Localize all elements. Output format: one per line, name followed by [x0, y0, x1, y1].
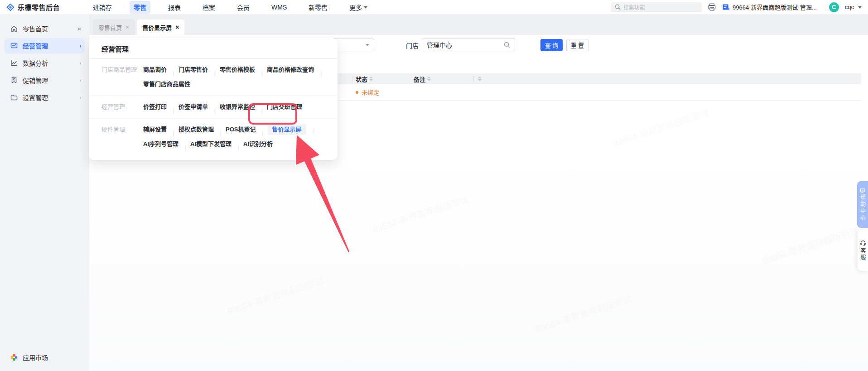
- menu-group-hardware: 硬件管理 辅屏设置授权点数管理POS机登记售价显示屏 AI序列号管理AI模型下发…: [89, 118, 338, 155]
- customer-service-tab[interactable]: 客服: [858, 230, 868, 271]
- sidebar-bottom: 应用市场 常用入口: [5, 350, 85, 371]
- sort-icon[interactable]: [369, 77, 373, 81]
- watermark: 99664-新界面商超版测试: [226, 273, 325, 317]
- sort-icon[interactable]: [478, 77, 482, 81]
- column-remark[interactable]: 备注: [414, 75, 431, 83]
- nav-reports[interactable]: 报表: [164, 1, 185, 14]
- sidebar-item-data-analysis[interactable]: 数据分析 ›: [5, 55, 85, 71]
- close-icon[interactable]: ×: [125, 24, 129, 30]
- reset-button[interactable]: 重 置: [566, 39, 588, 51]
- sidebar-item-common-entry[interactable]: 常用入口: [5, 367, 85, 371]
- menu-item[interactable]: 门店零售价: [178, 66, 208, 73]
- business-mgmt-menu-panel: 经营管理 门店商品管理 商品调价门店零售价零售价格模板商品价格修改查询 零售门店…: [89, 38, 338, 160]
- top-bar: 乐檬零售后台 进销存 零售 报表 档案 会员 WMS 新零售 更多 搜索功能: [0, 0, 868, 14]
- help-center-label: 帮助中心: [859, 194, 867, 222]
- sidebar-item-home[interactable]: 零售首页 «: [5, 21, 85, 36]
- help-center-tab[interactable]: 帮助中心: [857, 181, 868, 228]
- sidebar-collapse-icon[interactable]: «: [77, 25, 81, 32]
- menu-item[interactable]: 价签申请单: [178, 103, 208, 110]
- menu-item[interactable]: AI识别分析: [243, 140, 273, 147]
- status-dot-icon: [356, 91, 358, 94]
- query-button[interactable]: 查 询: [540, 39, 563, 51]
- tab-label: 零售首页: [98, 23, 122, 32]
- avatar[interactable]: C: [829, 2, 839, 12]
- store-name: 99664-新界面商超版测试-管理...: [733, 3, 817, 11]
- menu-item[interactable]: 商品调价: [143, 66, 167, 73]
- nav-retail[interactable]: 零售: [130, 1, 150, 14]
- store-filter-input[interactable]: 管理中心: [422, 38, 515, 51]
- customer-service-label: 客服: [859, 248, 867, 261]
- menu-item[interactable]: 授权点数管理: [178, 126, 214, 133]
- nav-new-retail[interactable]: 新零售: [304, 1, 332, 14]
- search-icon: [615, 4, 621, 10]
- logo-diamond-icon: [6, 3, 14, 11]
- home-icon: [10, 24, 18, 33]
- menu-item[interactable]: POS机登记: [226, 126, 256, 133]
- column-label: 备注: [414, 75, 425, 83]
- nav-members[interactable]: 会员: [233, 1, 254, 14]
- search-icon: [504, 42, 510, 48]
- analytics-icon: [10, 59, 18, 67]
- nav-more-label: 更多: [349, 3, 362, 12]
- sidebar-item-label: 数据分析: [23, 58, 75, 67]
- business-mgmt-icon: [10, 42, 18, 50]
- nav-archives[interactable]: 档案: [198, 1, 219, 14]
- status-badge: 未绑定: [356, 88, 379, 96]
- sort-icon[interactable]: [427, 77, 431, 81]
- folder-icon: [10, 93, 18, 101]
- watermark: 99664-新界面商超版测试: [371, 192, 470, 235]
- user-menu-chevron-icon[interactable]: [858, 6, 862, 9]
- sidebar-item-label: 经营管理: [23, 41, 75, 50]
- topbar-right: 搜索功能 99664-新界面商超版测试-管理... C cqc: [611, 2, 862, 12]
- menu-group-label: 硬件管理: [101, 122, 143, 151]
- sidebar-item-label: 应用市场: [23, 353, 81, 362]
- tab-price-display[interactable]: 售价显示屏 ×: [137, 19, 184, 35]
- chevron-down-icon: [364, 6, 367, 9]
- app-window: 乐檬零售后台 进销存 零售 报表 档案 会员 WMS 新零售 更多 搜索功能: [0, 0, 868, 371]
- app-market-icon: [10, 353, 18, 361]
- status-text: 未绑定: [362, 88, 379, 96]
- store-filter-value: 管理中心: [427, 40, 452, 49]
- sidebar: 零售首页 « 经营管理 › 数据分析 › 促销管理 › 设置管理 ›: [0, 14, 89, 371]
- menu-item[interactable]: 价签打印: [143, 103, 167, 110]
- nav-more[interactable]: 更多: [345, 1, 371, 14]
- menu-item-price-display-screen[interactable]: 售价显示屏: [268, 124, 306, 135]
- watermark: 99664-新界面商超版测试: [760, 223, 860, 267]
- app-logo: 乐檬零售后台: [6, 2, 89, 12]
- promotion-icon: [10, 76, 18, 84]
- chevron-right-icon: ›: [79, 42, 81, 50]
- sidebar-item-promotion-mgmt[interactable]: 促销管理 ›: [5, 72, 85, 88]
- current-store[interactable]: 99664-新界面商超版测试-管理...: [722, 3, 817, 11]
- menu-item[interactable]: 零售门店商品属性: [143, 81, 190, 87]
- search-input[interactable]: 搜索功能: [611, 2, 702, 12]
- menu-item[interactable]: 门店交班管理: [267, 103, 302, 110]
- panel-title: 经营管理: [89, 38, 338, 59]
- menu-group-label: 经营管理: [101, 100, 143, 114]
- search-placeholder: 搜索功能: [623, 3, 645, 11]
- column-status[interactable]: 状态: [356, 75, 373, 83]
- sidebar-item-app-market[interactable]: 应用市场: [5, 350, 85, 365]
- sidebar-item-settings-mgmt[interactable]: 设置管理 ›: [5, 90, 85, 105]
- menu-item[interactable]: 辅屏设置: [143, 126, 167, 133]
- menu-item[interactable]: AI模型下发管理: [190, 140, 231, 147]
- sidebar-item-business-mgmt[interactable]: 经营管理 ›: [5, 38, 85, 53]
- column-divider: [352, 76, 352, 82]
- nav-wms[interactable]: WMS: [267, 2, 291, 13]
- close-icon[interactable]: ×: [175, 24, 179, 30]
- printer-icon[interactable]: [708, 3, 716, 11]
- app-title: 乐檬零售后台: [18, 2, 60, 12]
- tab-retail-home[interactable]: 零售首页 ×: [93, 19, 135, 35]
- divider: [823, 4, 823, 11]
- tab-label: 售价显示屏: [142, 23, 172, 32]
- menu-item[interactable]: AI序列号管理: [143, 140, 178, 147]
- column-extra[interactable]: [478, 77, 482, 81]
- column-divider: [473, 76, 474, 82]
- menu-group-operation: 经营管理 价签打印价签申请单收银异常监控门店交班管理: [89, 96, 338, 118]
- menu-item[interactable]: 商品价格修改查询: [267, 66, 314, 73]
- sidebar-item-label: 促销管理: [23, 76, 75, 85]
- menu-item[interactable]: 收银异常监控: [220, 103, 255, 110]
- menu-item[interactable]: 零售价格模板: [220, 66, 255, 73]
- tab-bar: 零售首页 × 售价显示屏 ×: [89, 14, 868, 35]
- chat-bubble-icon: [860, 188, 865, 193]
- nav-inventory[interactable]: 进销存: [89, 1, 116, 14]
